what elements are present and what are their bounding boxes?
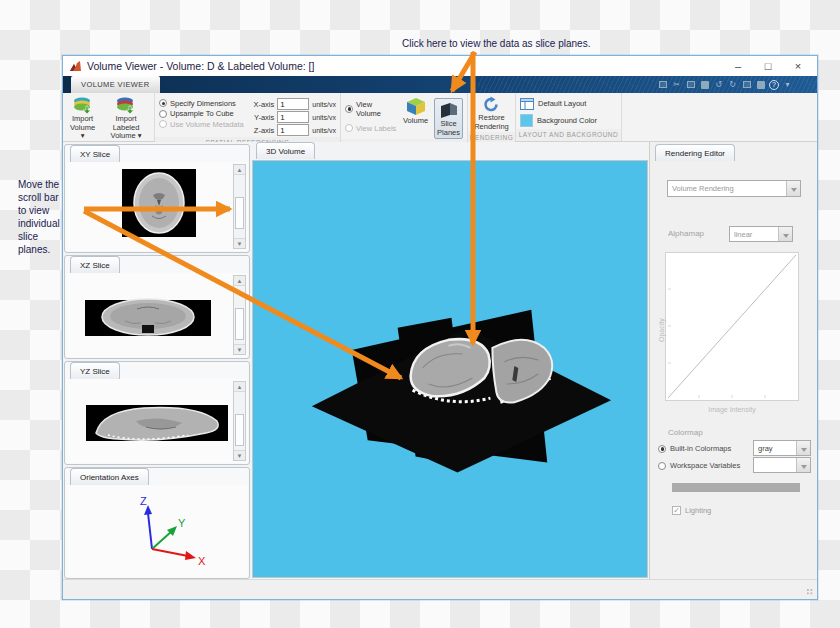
radio-icon <box>345 124 353 132</box>
chevron-down-icon <box>786 181 800 196</box>
redo-icon[interactable]: ↻ <box>727 79 738 90</box>
x-axis-label: X-axis <box>248 100 274 109</box>
background-color-button[interactable]: Background Color <box>520 114 597 127</box>
scrollbar-thumb[interactable] <box>235 308 244 340</box>
yz-slice-scrollbar[interactable]: ▲ ▼ <box>233 381 246 461</box>
scroll-down-icon[interactable]: ▼ <box>234 344 245 354</box>
volume-button[interactable]: Volume <box>401 96 430 127</box>
chevron-down-icon <box>778 227 792 241</box>
xz-slice-scrollbar[interactable]: ▲ ▼ <box>233 275 246 355</box>
radio-icon <box>345 105 353 113</box>
checkbox-icon: ✓ <box>672 506 681 515</box>
y-axis-unit: units/vx <box>312 114 336 121</box>
radio-icon <box>658 462 666 470</box>
tab-volume-viewer[interactable]: VOLUME VIEWER <box>71 76 160 93</box>
slice-planes-button[interactable]: Slice Planes <box>434 98 463 139</box>
ribbon-section-layout: Default Layout Background Color LAYOUT A… <box>516 93 622 141</box>
rendering-mode-select[interactable]: Volume Rendering <box>667 180 801 197</box>
background-color-swatch <box>520 114 533 127</box>
tab-xy-slice[interactable]: XY Slice <box>70 145 120 162</box>
ribbon-section-file: Import Volume ▾ Import Labeled Volume ▾ … <box>63 93 155 141</box>
maximize-button[interactable]: □ <box>753 57 783 75</box>
y-axis-input[interactable] <box>277 111 309 123</box>
volume-3d-canvas[interactable] <box>252 160 648 578</box>
builtin-colormaps-radio[interactable]: Built-in Colormaps <box>658 444 731 453</box>
save-icon[interactable] <box>657 79 668 90</box>
paste-icon[interactable] <box>699 79 710 90</box>
main-content: XY Slice ▲ <box>63 142 817 579</box>
view-labels-label: View Labels <box>356 124 396 133</box>
upsample-label: Upsample To Cube <box>170 109 234 118</box>
ribbon-section-view: View Volume View Labels Vol <box>341 93 468 141</box>
import-labeled-volume-button[interactable]: Import Labeled Volume ▾ <box>102 95 150 142</box>
import-volume-button[interactable]: Import Volume ▾ <box>67 95 98 142</box>
volume-button-label: Volume <box>403 117 428 126</box>
lighting-checkbox[interactable]: ✓ Lighting <box>672 506 711 515</box>
xz-slice-image <box>85 297 211 339</box>
quick-access-toolbar: ✂ ↺ ↻ ? ▾ <box>657 78 793 91</box>
upsample-to-cube-radio[interactable]: Upsample To Cube <box>159 109 244 118</box>
alphamap-select[interactable]: linear <box>729 226 793 242</box>
scroll-up-icon[interactable]: ▲ <box>234 165 245 175</box>
restore-rendering-button[interactable]: Restore Rendering <box>472 95 511 132</box>
x-axis-input[interactable] <box>277 98 309 110</box>
slice-panels-column: XY Slice ▲ <box>63 142 251 579</box>
xy-slice-panel: XY Slice ▲ <box>64 144 250 253</box>
volume-cube-icon <box>406 97 426 116</box>
colormap-label: Colormap <box>668 428 703 437</box>
radio-icon <box>658 445 666 453</box>
slice-planes-icon <box>439 100 459 119</box>
import-labeled-volume-icon <box>115 96 137 114</box>
default-layout-button[interactable]: Default Layout <box>520 98 586 110</box>
tab-orientation-axes[interactable]: Orientation Axes <box>70 468 149 485</box>
default-layout-label: Default Layout <box>538 99 586 108</box>
screenshot-stage: Volume Viewer - Volume: D & Labeled Volu… <box>0 0 840 628</box>
axis-y-label: Y <box>178 517 186 529</box>
radio-icon <box>159 120 167 128</box>
colormap-preview-bar <box>672 483 800 492</box>
chevron-down-icon <box>796 458 810 472</box>
title-bar[interactable]: Volume Viewer - Volume: D & Labeled Volu… <box>63 56 817 76</box>
layout-section-label: LAYOUT AND BACKGROUND <box>516 129 621 141</box>
workspace-variables-radio[interactable]: Workspace Variables <box>658 461 740 470</box>
scroll-down-icon[interactable]: ▼ <box>234 238 245 248</box>
scrollbar-thumb[interactable] <box>235 414 244 446</box>
export-icon[interactable] <box>755 79 766 90</box>
scroll-up-icon[interactable]: ▲ <box>234 382 245 392</box>
workspace-variable-select[interactable] <box>753 457 811 473</box>
xy-slice-scrollbar[interactable]: ▲ ▼ <box>233 164 246 249</box>
volume-viewer-window: Volume Viewer - Volume: D & Labeled Volu… <box>62 55 818 600</box>
annotation-slice-planes: Click here to view the data as slice pla… <box>402 37 617 50</box>
builtin-colormap-select[interactable]: gray <box>753 440 811 456</box>
scroll-down-icon[interactable]: ▼ <box>234 450 245 460</box>
tab-yz-slice[interactable]: YZ Slice <box>70 362 120 379</box>
annotation-scrollbar: Move the scroll bar to view individual s… <box>18 178 68 256</box>
scroll-up-icon[interactable]: ▲ <box>234 276 245 286</box>
close-button[interactable]: × <box>783 57 813 75</box>
minimize-button[interactable]: – <box>723 57 753 75</box>
orientation-axes-image: Z Y X <box>74 491 242 573</box>
view-volume-radio[interactable]: View Volume <box>345 100 397 118</box>
resize-grip[interactable] <box>807 589 814 596</box>
axis-x-label: X <box>198 555 206 567</box>
copy-icon[interactable] <box>685 79 696 90</box>
tab-rendering-editor[interactable]: Rendering Editor <box>655 144 735 161</box>
help-icon[interactable]: ? <box>769 80 779 90</box>
z-axis-input[interactable] <box>277 124 309 136</box>
tab-xz-slice[interactable]: XZ Slice <box>70 256 120 273</box>
undo-icon[interactable]: ↺ <box>713 79 724 90</box>
scrollbar-thumb[interactable] <box>235 197 244 229</box>
rendering-mode-value: Volume Rendering <box>668 184 786 193</box>
alphamap-plot[interactable] <box>665 252 799 401</box>
volume-3d-scene <box>253 161 647 577</box>
radio-icon <box>159 110 167 118</box>
print-icon[interactable] <box>741 79 752 90</box>
tab-3d-volume[interactable]: 3D Volume <box>256 142 315 159</box>
cut-icon[interactable]: ✂ <box>671 79 682 90</box>
plot-xlabel: Image Intensity <box>665 406 799 413</box>
toolbar-dropdown-icon[interactable]: ▾ <box>782 79 793 90</box>
z-axis-label: Z-axis <box>248 126 274 135</box>
import-volume-icon <box>72 96 94 114</box>
specify-dimensions-radio[interactable]: Specify Dimensions <box>159 99 244 108</box>
slice-planes-label: Slice Planes <box>437 120 460 137</box>
